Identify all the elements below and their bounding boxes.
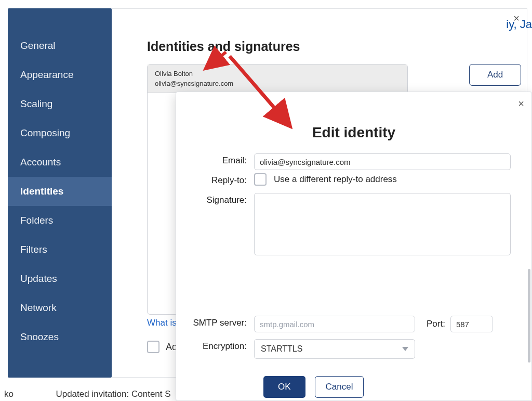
background-day-fragment: iy, Ja <box>506 18 532 31</box>
replyto-label: Reply-to: <box>176 173 254 188</box>
ad-checkbox-row: Ad <box>147 341 177 353</box>
page-title: Identities and signatures <box>147 39 300 54</box>
signature-field[interactable] <box>254 193 511 255</box>
sidebar-item-composing[interactable]: Composing <box>8 119 112 148</box>
encryption-select[interactable]: STARTTLS <box>254 339 415 359</box>
smtp-label: SMTP server: <box>176 316 254 330</box>
sidebar-item-snoozes[interactable]: Snoozes <box>8 322 112 352</box>
footer-mid: Updated invitation: Content S <box>56 389 170 399</box>
port-field[interactable]: 587 <box>450 316 493 332</box>
sidebar-item-accounts[interactable]: Accounts <box>8 148 112 177</box>
email-field[interactable]: olivia@syncsignature.com <box>254 153 511 170</box>
sidebar-item-scaling[interactable]: Scaling <box>8 89 112 119</box>
background-footer: ko Updated invitation: Content S <box>4 389 171 399</box>
ad-checkbox[interactable] <box>147 341 159 353</box>
sidebar-item-folders[interactable]: Folders <box>8 206 112 235</box>
port-label: Port: <box>427 316 445 332</box>
what-is-link[interactable]: What is <box>147 318 177 328</box>
encryption-value: STARTTLS <box>261 344 302 354</box>
email-label: Email: <box>176 153 254 168</box>
cancel-button[interactable]: Cancel <box>315 376 364 398</box>
sidebar-item-network[interactable]: Network <box>8 293 112 322</box>
chevron-down-icon <box>402 347 408 351</box>
identity-row[interactable]: Olivia Bolton olivia@syncsignature.com <box>148 64 407 93</box>
smtp-server-field[interactable]: smtp.gmail.com <box>254 316 415 332</box>
edit-identity-dialog: × Edit identity Email: olivia@syncsignat… <box>176 92 532 401</box>
scrollbar-thumb[interactable] <box>528 269 530 363</box>
sidebar-item-identities[interactable]: Identities <box>8 177 112 206</box>
ok-button[interactable]: OK <box>263 376 305 398</box>
settings-sidebar: General Appearance Scaling Composing Acc… <box>8 8 112 378</box>
encryption-label: Encryption: <box>176 339 254 354</box>
footer-left: ko <box>4 389 14 399</box>
identity-email: olivia@syncsignature.com <box>155 80 400 87</box>
sidebar-item-updates[interactable]: Updates <box>8 264 112 293</box>
dialog-title: Edit identity <box>176 124 531 141</box>
identity-name: Olivia Bolton <box>155 70 400 77</box>
sidebar-item-general[interactable]: General <box>8 31 112 60</box>
add-button[interactable]: Add <box>469 64 521 86</box>
replyto-checkbox[interactable] <box>254 173 267 186</box>
close-icon[interactable]: × <box>518 98 524 109</box>
signature-label: Signature: <box>176 193 254 208</box>
sidebar-item-appearance[interactable]: Appearance <box>8 60 112 89</box>
sidebar-item-filters[interactable]: Filters <box>8 235 112 264</box>
replyto-checkbox-label: Use a different reply-to address <box>274 174 397 185</box>
